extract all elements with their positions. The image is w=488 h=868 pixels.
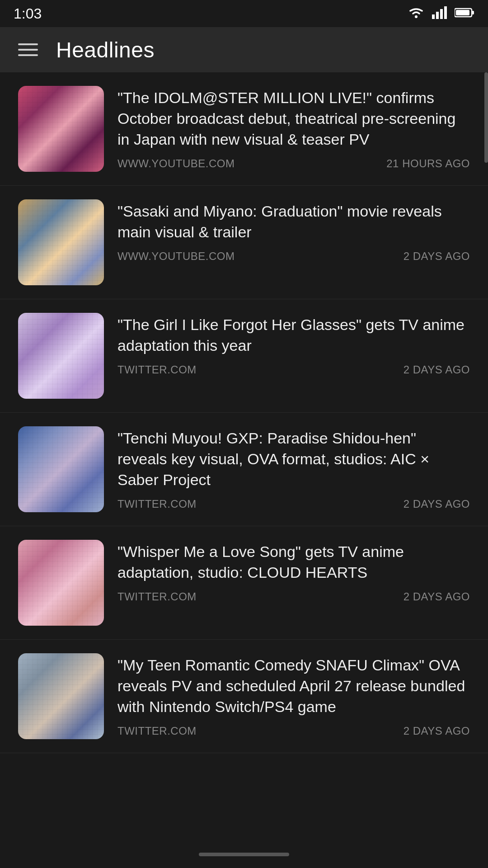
- news-source: TWITTER.COM: [117, 725, 197, 737]
- content-wrapper: "The IDOLM@STER MILLION LIVE!" confirms …: [0, 72, 488, 753]
- home-indicator: [199, 853, 289, 856]
- news-headline: "The Girl I Like Forgot Her Glasses" get…: [117, 315, 470, 356]
- news-item[interactable]: "The IDOLM@STER MILLION LIVE!" confirms …: [0, 72, 488, 186]
- news-item[interactable]: "My Teen Romantic Comedy SNAFU Climax" O…: [0, 640, 488, 753]
- news-source: TWITTER.COM: [117, 498, 197, 510]
- news-text: "The Girl I Like Forgot Her Glasses" get…: [117, 313, 470, 376]
- svg-rect-6: [472, 11, 474, 14]
- news-headline: "Whisper Me a Love Song" gets TV anime a…: [117, 542, 470, 583]
- news-source: WWW.YOUTUBE.COM: [117, 250, 235, 263]
- news-time: 2 DAYS AGO: [404, 725, 470, 737]
- svg-rect-7: [456, 10, 469, 15]
- wifi-icon: [408, 6, 425, 21]
- news-source: TWITTER.COM: [117, 590, 197, 603]
- news-meta: TWITTER.COM 2 DAYS AGO: [117, 363, 470, 376]
- news-time: 2 DAYS AGO: [404, 363, 470, 376]
- news-source: WWW.YOUTUBE.COM: [117, 157, 235, 170]
- news-item[interactable]: "The Girl I Like Forgot Her Glasses" get…: [0, 299, 488, 413]
- signal-icon: [432, 6, 447, 21]
- news-thumbnail: [18, 313, 104, 399]
- news-meta: WWW.YOUTUBE.COM 21 HOURS AGO: [117, 157, 470, 170]
- news-text: "Tenchi Muyou! GXP: Paradise Shidou-hen"…: [117, 426, 470, 510]
- news-meta: TWITTER.COM 2 DAYS AGO: [117, 498, 470, 510]
- news-thumbnail: [18, 199, 104, 285]
- news-thumbnail: [18, 653, 104, 739]
- news-text: "The IDOLM@STER MILLION LIVE!" confirms …: [117, 86, 470, 170]
- news-headline: "Sasaki and Miyano: Graduation" movie re…: [117, 201, 470, 243]
- svg-point-0: [415, 15, 418, 18]
- news-thumbnail: [18, 86, 104, 172]
- news-meta: TWITTER.COM 2 DAYS AGO: [117, 590, 470, 603]
- news-headline: "My Teen Romantic Comedy SNAFU Climax" O…: [117, 655, 470, 717]
- news-item[interactable]: "Whisper Me a Love Song" gets TV anime a…: [0, 526, 488, 640]
- news-time: 2 DAYS AGO: [404, 498, 470, 510]
- news-time: 2 DAYS AGO: [404, 250, 470, 263]
- news-text: "My Teen Romantic Comedy SNAFU Climax" O…: [117, 653, 470, 737]
- news-list: "The IDOLM@STER MILLION LIVE!" confirms …: [0, 72, 488, 753]
- svg-rect-1: [432, 14, 435, 19]
- news-text: "Sasaki and Miyano: Graduation" movie re…: [117, 199, 470, 263]
- news-thumbnail: [18, 426, 104, 512]
- svg-rect-2: [436, 12, 439, 19]
- news-meta: WWW.YOUTUBE.COM 2 DAYS AGO: [117, 250, 470, 263]
- page-title: Headlines: [56, 38, 155, 62]
- scroll-bar[interactable]: [484, 72, 488, 163]
- status-icons: [408, 6, 474, 21]
- news-headline: "Tenchi Muyou! GXP: Paradise Shidou-hen"…: [117, 428, 470, 491]
- news-text: "Whisper Me a Love Song" gets TV anime a…: [117, 540, 470, 603]
- svg-rect-4: [444, 6, 447, 19]
- news-time: 2 DAYS AGO: [404, 590, 470, 603]
- status-time: 1:03: [14, 5, 42, 22]
- news-item[interactable]: "Tenchi Muyou! GXP: Paradise Shidou-hen"…: [0, 413, 488, 526]
- svg-rect-3: [440, 9, 443, 19]
- status-bar: 1:03: [0, 0, 488, 27]
- menu-button[interactable]: [18, 43, 38, 56]
- news-source: TWITTER.COM: [117, 363, 197, 376]
- bottom-bar: [0, 841, 488, 868]
- news-time: 21 HOURS AGO: [386, 157, 470, 170]
- news-item[interactable]: "Sasaki and Miyano: Graduation" movie re…: [0, 186, 488, 299]
- news-thumbnail: [18, 540, 104, 626]
- app-header: Headlines: [0, 27, 488, 72]
- battery-icon: [455, 7, 474, 20]
- news-headline: "The IDOLM@STER MILLION LIVE!" confirms …: [117, 88, 470, 150]
- news-meta: TWITTER.COM 2 DAYS AGO: [117, 725, 470, 737]
